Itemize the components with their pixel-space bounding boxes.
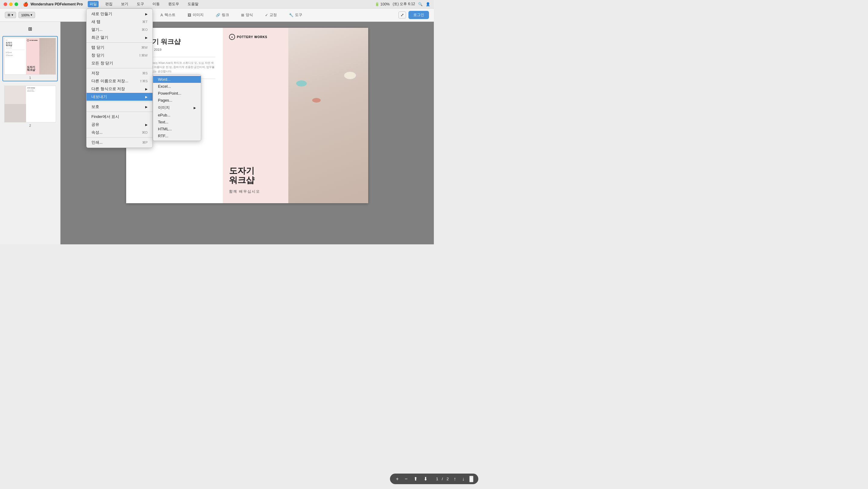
menu-item-finder[interactable]: Finder에서 표시 bbox=[87, 113, 153, 121]
separator-1 bbox=[87, 42, 153, 43]
tools-label: 도구 bbox=[295, 12, 302, 18]
menu-item-share[interactable]: 공유 ▶ bbox=[87, 121, 153, 129]
tool-image[interactable]: 🖼 이미지 bbox=[185, 11, 206, 19]
close-window-button[interactable] bbox=[4, 2, 7, 6]
pottery-photo bbox=[288, 28, 368, 203]
export-word[interactable]: Word... bbox=[153, 76, 201, 83]
arrow-icon-export: ▶ bbox=[145, 95, 148, 99]
menu-item-open[interactable]: 열기... ⌘O bbox=[87, 26, 153, 34]
login-button[interactable]: 로그인 bbox=[408, 11, 429, 19]
menu-close-all-label: 모든 창 닫기 bbox=[91, 61, 113, 66]
sidebar: ⊞ Info 도자기워크샵 수필 네용 2019 이 메 일 potterywo… bbox=[0, 22, 61, 244]
app-title: Wondershare PDFelement Pro bbox=[31, 2, 83, 6]
page-right: ● POTTERY WORKS 도자기 워크샵 함께 배우십시오 bbox=[223, 28, 368, 203]
menu-item-save-as[interactable]: 다른 이름으로 저장... ⇧⌘S bbox=[87, 77, 153, 85]
export-submenu[interactable]: Word... Excel... PowerPoint... Pages... … bbox=[153, 74, 201, 141]
menu-goto[interactable]: 이동 bbox=[151, 1, 161, 7]
menu-item-export[interactable]: 내보내기 ▶ bbox=[87, 93, 153, 101]
tool-style[interactable]: ⊞ 양식 bbox=[239, 11, 255, 19]
menu-item-close-window[interactable]: 창 닫기 ⇧⌘W bbox=[87, 52, 153, 59]
sidebar-icon: ⊞ bbox=[7, 13, 10, 17]
menu-tools[interactable]: 도구 bbox=[135, 1, 146, 7]
arrow-icon: ▶ bbox=[145, 12, 148, 16]
zoom-chevron: ▾ bbox=[31, 13, 32, 17]
link-icon: 🔗 bbox=[216, 13, 220, 17]
status-bar: 🔋 100% (토) 오후 6:12 🔍 👤 bbox=[375, 1, 430, 7]
export-excel[interactable]: Excel... bbox=[153, 83, 201, 90]
tool-tools[interactable]: 🔧 도구 bbox=[286, 11, 305, 19]
sidebar-toggle-button[interactable]: ⊞ ▾ bbox=[5, 12, 16, 18]
style-icon: ⊞ bbox=[241, 13, 244, 17]
export-html[interactable]: HTML... bbox=[153, 126, 201, 132]
menu-item-save-format[interactable]: 다른 형식으로 저장 ▶ bbox=[87, 85, 153, 93]
export-pages-label: Pages... bbox=[158, 98, 173, 102]
sidebar-grid-button[interactable]: ⊞ bbox=[26, 24, 34, 34]
export-epub[interactable]: ePub... bbox=[153, 111, 201, 119]
text-icon: A bbox=[161, 13, 163, 17]
file-menu[interactable]: 새로 만들기 ▶ 새 탭 ⌘T 열기... ⌘O 최근 열기 ▶ 탭 닫기 ⌘W… bbox=[86, 8, 153, 148]
maximize-window-button[interactable] bbox=[14, 2, 18, 6]
separator-2 bbox=[87, 68, 153, 68]
toolbar-left: ⊞ ▾ 100% ▾ bbox=[5, 12, 35, 18]
user-icon[interactable]: 👤 bbox=[426, 2, 430, 6]
bowl-decoration-2 bbox=[312, 98, 321, 102]
menu-item-save[interactable]: 저장 ⌘S bbox=[87, 69, 153, 77]
export-rtf[interactable]: RTF... bbox=[153, 132, 201, 139]
menu-item-print[interactable]: 인쇄... ⌘P bbox=[87, 138, 153, 146]
menu-help[interactable]: 도움말 bbox=[186, 1, 200, 7]
menu-file[interactable]: 파일 bbox=[88, 1, 99, 7]
menu-item-protect[interactable]: 보호 ▶ bbox=[87, 103, 153, 111]
menu-item-new[interactable]: 새로 만들기 ▶ bbox=[87, 10, 153, 18]
export-image-label: 이미지 bbox=[158, 105, 170, 110]
tool-link[interactable]: 🔗 링크 bbox=[213, 11, 231, 19]
export-powerpoint[interactable]: PowerPoint... bbox=[153, 90, 201, 97]
menu-item-new-tab[interactable]: 새 탭 ⌘T bbox=[87, 18, 153, 26]
thumbnail-page-1[interactable]: Info 도자기워크샵 수필 네용 2019 이 메 일 potterywork… bbox=[2, 36, 58, 82]
battery-status: 🔋 100% bbox=[375, 2, 390, 6]
pottery-logo-icon: ● bbox=[229, 34, 235, 40]
menu-window[interactable]: 윈도우 bbox=[166, 1, 181, 7]
traffic-lights bbox=[4, 2, 18, 6]
shortcut-open: ⌘O bbox=[142, 28, 148, 32]
tool-correct[interactable]: ✓ 교정 bbox=[262, 11, 279, 19]
arrow-icon-image: ▶ bbox=[194, 106, 196, 109]
pottery-logo: ● POTTERY WORKS bbox=[229, 34, 268, 40]
tool-text[interactable]: A 텍스트 bbox=[158, 11, 178, 19]
menu-open-label: 열기... bbox=[91, 27, 102, 32]
export-image[interactable]: 이미지 ▶ bbox=[153, 104, 201, 111]
link-label: 링크 bbox=[222, 12, 229, 18]
separator-3 bbox=[87, 102, 153, 102]
menu-finder-label: Finder에서 표시 bbox=[91, 114, 119, 120]
search-icon[interactable]: 🔍 bbox=[418, 2, 423, 6]
export-text-label: Text... bbox=[158, 120, 168, 124]
shortcut-save: ⌘S bbox=[142, 71, 148, 75]
zoom-value: 100% bbox=[21, 13, 30, 17]
menu-save-format-label: 다른 형식으로 저장 bbox=[91, 86, 125, 92]
minimize-window-button[interactable] bbox=[9, 2, 13, 6]
menu-save-as-label: 다른 이름으로 저장... bbox=[91, 78, 128, 84]
export-rtf-label: RTF... bbox=[158, 134, 168, 138]
shortcut-close-window: ⇧⌘W bbox=[138, 54, 148, 58]
sidebar-toggle-chevron: ▾ bbox=[11, 13, 13, 17]
thumbnail-page-2[interactable]: 도자기 워크샵 수필 네용 2019Workshop details... 2 bbox=[2, 84, 58, 129]
image-icon: 🖼 bbox=[188, 13, 191, 17]
main-layout: ⊞ Info 도자기워크샵 수필 네용 2019 이 메 일 potterywo… bbox=[0, 22, 434, 244]
menu-recent-label: 최근 열기 bbox=[91, 35, 108, 40]
menu-properties-label: 속성... bbox=[91, 130, 102, 135]
menu-edit[interactable]: 편집 bbox=[103, 1, 114, 7]
menu-item-recent[interactable]: 최근 열기 ▶ bbox=[87, 34, 153, 41]
export-text[interactable]: Text... bbox=[153, 119, 201, 126]
export-pages[interactable]: Pages... bbox=[153, 97, 201, 104]
sidebar-tools: ⊞ bbox=[2, 24, 58, 34]
separator-5 bbox=[87, 137, 153, 138]
menu-view[interactable]: 보기 bbox=[119, 1, 130, 7]
zoom-control[interactable]: 100% ▾ bbox=[19, 12, 35, 18]
export-word-label: Word... bbox=[158, 77, 170, 82]
menu-item-close-all[interactable]: 모든 창 닫기 bbox=[87, 59, 153, 67]
tools-icon: 🔧 bbox=[289, 13, 293, 17]
bowl-decoration-1 bbox=[296, 80, 307, 87]
expand-button[interactable]: ⤢ bbox=[398, 11, 406, 19]
menu-item-close-tab[interactable]: 탭 닫기 ⌘W bbox=[87, 43, 153, 52]
menu-item-properties[interactable]: 속성... ⌘D bbox=[87, 129, 153, 136]
correct-label: 교정 bbox=[270, 12, 277, 18]
